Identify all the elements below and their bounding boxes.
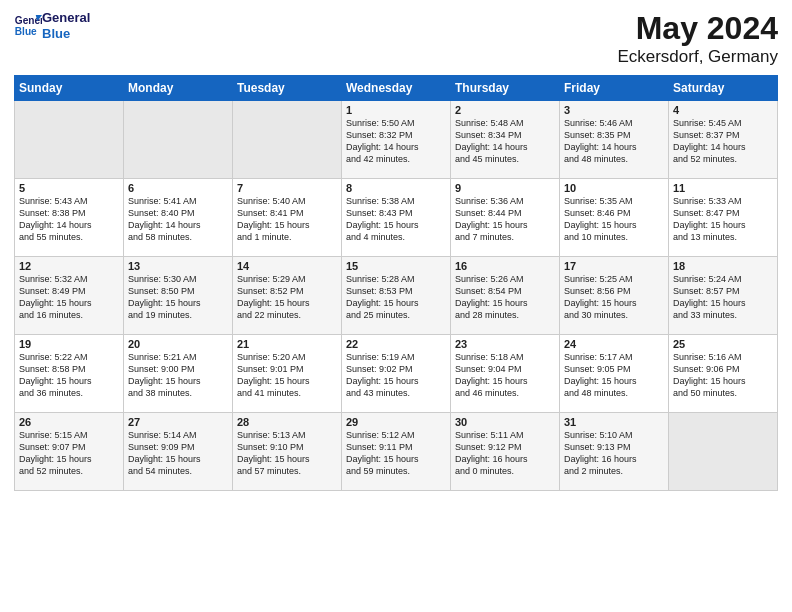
header: General Blue General Blue May 2024 Ecker… (14, 10, 778, 67)
day-number: 23 (455, 338, 555, 350)
cell-info: Sunrise: 5:10 AM Sunset: 9:13 PM Dayligh… (564, 429, 664, 478)
calendar-cell (233, 101, 342, 179)
calendar-cell: 4Sunrise: 5:45 AM Sunset: 8:37 PM Daylig… (669, 101, 778, 179)
calendar-cell: 23Sunrise: 5:18 AM Sunset: 9:04 PM Dayli… (451, 335, 560, 413)
cell-info: Sunrise: 5:48 AM Sunset: 8:34 PM Dayligh… (455, 117, 555, 166)
calendar-cell: 25Sunrise: 5:16 AM Sunset: 9:06 PM Dayli… (669, 335, 778, 413)
cell-info: Sunrise: 5:13 AM Sunset: 9:10 PM Dayligh… (237, 429, 337, 478)
day-number: 5 (19, 182, 119, 194)
day-number: 9 (455, 182, 555, 194)
cell-info: Sunrise: 5:40 AM Sunset: 8:41 PM Dayligh… (237, 195, 337, 244)
col-header-saturday: Saturday (669, 76, 778, 101)
calendar-cell: 17Sunrise: 5:25 AM Sunset: 8:56 PM Dayli… (560, 257, 669, 335)
svg-text:Blue: Blue (15, 25, 37, 36)
day-number: 20 (128, 338, 228, 350)
cell-info: Sunrise: 5:29 AM Sunset: 8:52 PM Dayligh… (237, 273, 337, 322)
day-number: 30 (455, 416, 555, 428)
day-number: 24 (564, 338, 664, 350)
cell-info: Sunrise: 5:19 AM Sunset: 9:02 PM Dayligh… (346, 351, 446, 400)
calendar-cell: 13Sunrise: 5:30 AM Sunset: 8:50 PM Dayli… (124, 257, 233, 335)
calendar-cell: 3Sunrise: 5:46 AM Sunset: 8:35 PM Daylig… (560, 101, 669, 179)
calendar-subtitle: Eckersdorf, Germany (617, 47, 778, 67)
calendar-cell: 1Sunrise: 5:50 AM Sunset: 8:32 PM Daylig… (342, 101, 451, 179)
calendar-cell: 28Sunrise: 5:13 AM Sunset: 9:10 PM Dayli… (233, 413, 342, 491)
day-number: 1 (346, 104, 446, 116)
day-number: 25 (673, 338, 773, 350)
cell-info: Sunrise: 5:12 AM Sunset: 9:11 PM Dayligh… (346, 429, 446, 478)
cell-info: Sunrise: 5:30 AM Sunset: 8:50 PM Dayligh… (128, 273, 228, 322)
calendar-cell (669, 413, 778, 491)
logo-text-general: General (42, 10, 90, 26)
cell-info: Sunrise: 5:32 AM Sunset: 8:49 PM Dayligh… (19, 273, 119, 322)
day-number: 15 (346, 260, 446, 272)
cell-info: Sunrise: 5:25 AM Sunset: 8:56 PM Dayligh… (564, 273, 664, 322)
day-number: 2 (455, 104, 555, 116)
cell-info: Sunrise: 5:36 AM Sunset: 8:44 PM Dayligh… (455, 195, 555, 244)
calendar-cell: 5Sunrise: 5:43 AM Sunset: 8:38 PM Daylig… (15, 179, 124, 257)
day-number: 11 (673, 182, 773, 194)
cell-info: Sunrise: 5:21 AM Sunset: 9:00 PM Dayligh… (128, 351, 228, 400)
cell-info: Sunrise: 5:26 AM Sunset: 8:54 PM Dayligh… (455, 273, 555, 322)
day-number: 16 (455, 260, 555, 272)
calendar-cell: 16Sunrise: 5:26 AM Sunset: 8:54 PM Dayli… (451, 257, 560, 335)
col-header-sunday: Sunday (15, 76, 124, 101)
calendar-cell: 29Sunrise: 5:12 AM Sunset: 9:11 PM Dayli… (342, 413, 451, 491)
calendar-cell: 7Sunrise: 5:40 AM Sunset: 8:41 PM Daylig… (233, 179, 342, 257)
calendar-cell: 6Sunrise: 5:41 AM Sunset: 8:40 PM Daylig… (124, 179, 233, 257)
page: General Blue General Blue May 2024 Ecker… (0, 0, 792, 612)
calendar-cell: 12Sunrise: 5:32 AM Sunset: 8:49 PM Dayli… (15, 257, 124, 335)
calendar-cell: 20Sunrise: 5:21 AM Sunset: 9:00 PM Dayli… (124, 335, 233, 413)
day-number: 7 (237, 182, 337, 194)
calendar-week-row: 5Sunrise: 5:43 AM Sunset: 8:38 PM Daylig… (15, 179, 778, 257)
cell-info: Sunrise: 5:35 AM Sunset: 8:46 PM Dayligh… (564, 195, 664, 244)
calendar-week-row: 19Sunrise: 5:22 AM Sunset: 8:58 PM Dayli… (15, 335, 778, 413)
calendar-cell: 21Sunrise: 5:20 AM Sunset: 9:01 PM Dayli… (233, 335, 342, 413)
col-header-tuesday: Tuesday (233, 76, 342, 101)
col-header-monday: Monday (124, 76, 233, 101)
day-number: 6 (128, 182, 228, 194)
calendar-cell: 14Sunrise: 5:29 AM Sunset: 8:52 PM Dayli… (233, 257, 342, 335)
day-number: 18 (673, 260, 773, 272)
calendar-cell: 2Sunrise: 5:48 AM Sunset: 8:34 PM Daylig… (451, 101, 560, 179)
calendar-cell: 26Sunrise: 5:15 AM Sunset: 9:07 PM Dayli… (15, 413, 124, 491)
day-number: 17 (564, 260, 664, 272)
col-header-thursday: Thursday (451, 76, 560, 101)
day-number: 31 (564, 416, 664, 428)
logo-icon: General Blue (14, 12, 42, 40)
calendar-cell: 31Sunrise: 5:10 AM Sunset: 9:13 PM Dayli… (560, 413, 669, 491)
cell-info: Sunrise: 5:43 AM Sunset: 8:38 PM Dayligh… (19, 195, 119, 244)
cell-info: Sunrise: 5:16 AM Sunset: 9:06 PM Dayligh… (673, 351, 773, 400)
day-number: 12 (19, 260, 119, 272)
calendar-cell: 27Sunrise: 5:14 AM Sunset: 9:09 PM Dayli… (124, 413, 233, 491)
cell-info: Sunrise: 5:50 AM Sunset: 8:32 PM Dayligh… (346, 117, 446, 166)
calendar-title: May 2024 (617, 10, 778, 47)
calendar-week-row: 1Sunrise: 5:50 AM Sunset: 8:32 PM Daylig… (15, 101, 778, 179)
calendar-cell: 11Sunrise: 5:33 AM Sunset: 8:47 PM Dayli… (669, 179, 778, 257)
calendar-cell: 19Sunrise: 5:22 AM Sunset: 8:58 PM Dayli… (15, 335, 124, 413)
calendar-cell: 30Sunrise: 5:11 AM Sunset: 9:12 PM Dayli… (451, 413, 560, 491)
cell-info: Sunrise: 5:33 AM Sunset: 8:47 PM Dayligh… (673, 195, 773, 244)
day-number: 10 (564, 182, 664, 194)
calendar-cell: 9Sunrise: 5:36 AM Sunset: 8:44 PM Daylig… (451, 179, 560, 257)
calendar-week-row: 12Sunrise: 5:32 AM Sunset: 8:49 PM Dayli… (15, 257, 778, 335)
cell-info: Sunrise: 5:38 AM Sunset: 8:43 PM Dayligh… (346, 195, 446, 244)
day-number: 22 (346, 338, 446, 350)
col-header-wednesday: Wednesday (342, 76, 451, 101)
day-number: 27 (128, 416, 228, 428)
day-number: 3 (564, 104, 664, 116)
day-number: 28 (237, 416, 337, 428)
cell-info: Sunrise: 5:15 AM Sunset: 9:07 PM Dayligh… (19, 429, 119, 478)
calendar-header-row: SundayMondayTuesdayWednesdayThursdayFrid… (15, 76, 778, 101)
day-number: 19 (19, 338, 119, 350)
cell-info: Sunrise: 5:46 AM Sunset: 8:35 PM Dayligh… (564, 117, 664, 166)
cell-info: Sunrise: 5:45 AM Sunset: 8:37 PM Dayligh… (673, 117, 773, 166)
day-number: 13 (128, 260, 228, 272)
day-number: 29 (346, 416, 446, 428)
cell-info: Sunrise: 5:20 AM Sunset: 9:01 PM Dayligh… (237, 351, 337, 400)
calendar-cell (15, 101, 124, 179)
cell-info: Sunrise: 5:17 AM Sunset: 9:05 PM Dayligh… (564, 351, 664, 400)
logo: General Blue General Blue (14, 10, 90, 41)
cell-info: Sunrise: 5:28 AM Sunset: 8:53 PM Dayligh… (346, 273, 446, 322)
calendar-cell: 18Sunrise: 5:24 AM Sunset: 8:57 PM Dayli… (669, 257, 778, 335)
logo-text-blue: Blue (42, 26, 90, 42)
